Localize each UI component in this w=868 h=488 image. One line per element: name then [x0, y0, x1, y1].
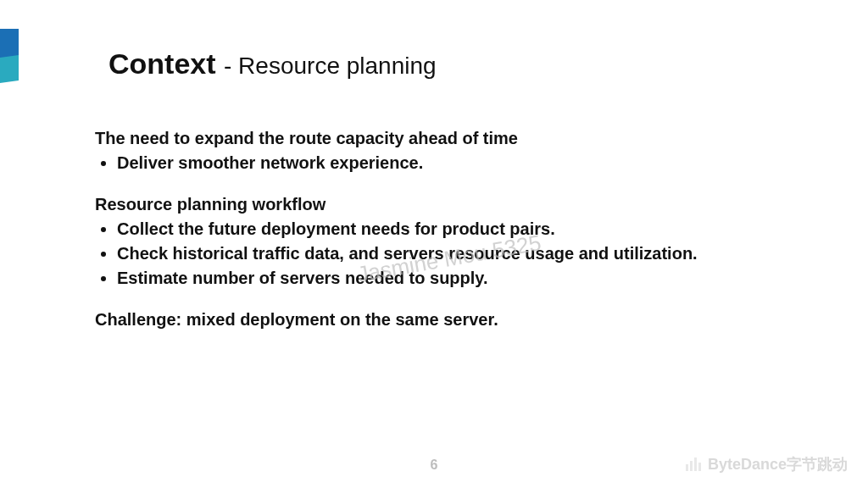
list-item: Check historical traffic data, and serve…: [117, 242, 756, 265]
svg-rect-1: [690, 461, 693, 471]
section-heading: Resource planning workflow: [95, 193, 756, 216]
brand-logo: ByteDance字节跳动: [686, 454, 848, 474]
list-item: Collect the future deployment needs for …: [117, 218, 756, 241]
bars-icon: [686, 458, 703, 471]
svg-rect-2: [694, 458, 697, 471]
section-need: The need to expand the route capacity ah…: [95, 127, 756, 175]
title-sub: - Resource planning: [224, 53, 437, 79]
svg-rect-3: [698, 463, 701, 471]
section-challenge: Challenge: mixed deployment on the same …: [95, 308, 756, 331]
section-heading: The need to expand the route capacity ah…: [95, 127, 756, 150]
list-item: Deliver smoother network experience.: [117, 152, 756, 175]
section-workflow: Resource planning workflow Collect the f…: [95, 193, 756, 290]
list-item: Estimate number of servers needed to sup…: [117, 267, 756, 290]
slide-accent: [0, 29, 19, 83]
title-main: Context: [108, 47, 216, 80]
slide-body: The need to expand the route capacity ah…: [95, 127, 756, 350]
brand-text: ByteDance字节跳动: [708, 454, 848, 474]
bullet-list: Collect the future deployment needs for …: [95, 218, 756, 290]
bullet-list: Deliver smoother network experience.: [95, 152, 756, 175]
slide-title: Context - Resource planning: [108, 47, 437, 80]
challenge-text: Challenge: mixed deployment on the same …: [95, 308, 756, 331]
svg-rect-0: [686, 464, 688, 471]
